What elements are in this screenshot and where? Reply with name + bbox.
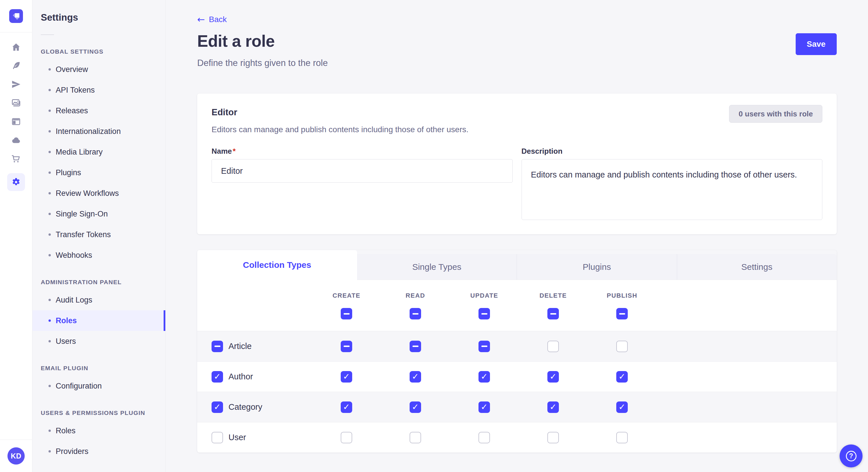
sidebar-item-users[interactable]: Users	[32, 331, 165, 351]
user-read-checkbox[interactable]	[410, 432, 421, 443]
role-subtitle: Editors can manage and publish contents …	[212, 125, 823, 134]
tab-single-types[interactable]: Single Types	[357, 254, 517, 280]
bullet-dot-icon	[49, 430, 51, 432]
sidebar-item-webhooks[interactable]: Webhooks	[32, 245, 165, 266]
category-read-checkbox[interactable]	[410, 401, 421, 413]
tab-plugins[interactable]: Plugins	[517, 254, 677, 280]
page-subtitle: Define the rights given to the role	[197, 58, 837, 68]
select-all-publish-checkbox[interactable]	[616, 308, 628, 319]
author-read-checkbox[interactable]	[410, 371, 421, 382]
article-update-checkbox[interactable]	[478, 341, 490, 352]
sidebar-item-transfer-tokens[interactable]: Transfer Tokens	[32, 224, 165, 245]
user-delete-checkbox[interactable]	[547, 432, 559, 443]
row-label: User	[228, 433, 246, 442]
category-create-checkbox[interactable]	[341, 401, 352, 413]
avatar[interactable]: KD	[7, 447, 25, 465]
row-select-author-checkbox[interactable]	[212, 371, 223, 382]
bullet-dot-icon	[49, 299, 51, 301]
sidebar-item-media-library[interactable]: Media Library	[32, 142, 165, 162]
sidebar-item-releases[interactable]: Releases	[32, 100, 165, 121]
settings-subnav: Settings Global SettingsOverviewAPI Toke…	[32, 0, 166, 472]
row-select-article-checkbox[interactable]	[212, 341, 223, 352]
role-description-textarea[interactable]	[522, 159, 823, 220]
select-all-delete-checkbox[interactable]	[547, 308, 559, 319]
home-icon[interactable]	[11, 42, 22, 53]
permissions-header-row: CreateReadUpdateDeletePublish	[197, 280, 837, 331]
select-all-read-checkbox[interactable]	[410, 308, 421, 319]
author-delete-checkbox[interactable]	[547, 371, 559, 382]
user-create-checkbox[interactable]	[341, 432, 352, 443]
release-plane-icon[interactable]	[11, 79, 22, 90]
sidebar-item-api-tokens[interactable]: API Tokens	[32, 80, 165, 100]
description-field-group: Description	[522, 147, 823, 221]
sidebar-item-label: Transfer Tokens	[56, 230, 111, 239]
sidebar-item-internationalization[interactable]: Internationalization	[32, 121, 165, 142]
bullet-dot-icon	[49, 450, 51, 452]
category-publish-checkbox[interactable]	[616, 401, 628, 413]
author-publish-checkbox[interactable]	[616, 371, 628, 382]
sidebar-item-roles[interactable]: Roles	[32, 310, 165, 331]
purchase-cart-icon[interactable]	[11, 154, 22, 164]
select-all-update-checkbox[interactable]	[478, 308, 490, 319]
row-select-category-checkbox[interactable]	[212, 401, 223, 413]
bullet-dot-icon	[49, 233, 51, 236]
permission-row-article: Article	[197, 331, 837, 361]
article-delete-checkbox[interactable]	[547, 341, 559, 352]
author-create-checkbox[interactable]	[341, 371, 352, 382]
sidebar-item-label: Releases	[56, 106, 88, 115]
back-link[interactable]: ← Back	[197, 15, 227, 24]
bullet-dot-icon	[49, 171, 51, 174]
sidebar-item-plugins[interactable]: Plugins	[32, 162, 165, 183]
users-with-role-badge[interactable]: 0 users with this role	[729, 105, 823, 123]
subnav-section-email-plugin: Email PluginConfiguration	[32, 365, 165, 396]
sidebar-item-overview[interactable]: Overview	[32, 59, 165, 80]
settings-gear-icon[interactable]	[7, 173, 25, 191]
user-update-checkbox[interactable]	[478, 432, 490, 443]
help-icon: ?	[846, 451, 857, 461]
sidebar-item-label: API Tokens	[56, 86, 95, 95]
sidebar-item-label: Single Sign-On	[56, 210, 108, 218]
select-all-create-checkbox[interactable]	[341, 308, 352, 319]
sidebar-item-single-sign-on[interactable]: Single Sign-On	[32, 204, 165, 224]
section-label: Global Settings	[32, 48, 165, 55]
column-header-publish: Publish	[588, 292, 656, 299]
sidebar-item-label: Roles	[56, 427, 75, 435]
category-delete-checkbox[interactable]	[547, 401, 559, 413]
article-publish-checkbox[interactable]	[616, 341, 628, 352]
required-asterisk: *	[233, 147, 236, 156]
page-heading: Edit a role	[197, 32, 275, 50]
row-select-user-checkbox[interactable]	[212, 432, 223, 443]
bullet-dot-icon	[49, 109, 51, 112]
bullet-dot-icon	[49, 151, 51, 153]
cloud-icon[interactable]	[11, 135, 22, 146]
marketplace-icon[interactable]	[11, 116, 22, 127]
user-publish-checkbox[interactable]	[616, 432, 628, 443]
sidebar-item-label: Overview	[56, 65, 88, 74]
sidebar-item-label: Audit Logs	[56, 296, 92, 305]
bullet-dot-icon	[49, 319, 51, 322]
role-name-input[interactable]	[212, 159, 513, 183]
tab-settings[interactable]: Settings	[677, 254, 837, 280]
author-update-checkbox[interactable]	[478, 371, 490, 382]
row-label: Article	[228, 341, 252, 351]
tab-collection-types[interactable]: Collection Types	[197, 250, 357, 280]
sidebar-item-label: Media Library	[56, 148, 103, 157]
sidebar-item-review-workflows[interactable]: Review Workflows	[32, 183, 165, 204]
category-update-checkbox[interactable]	[478, 401, 490, 413]
help-button[interactable]: ?	[840, 444, 863, 467]
subnav-divider	[41, 34, 54, 35]
sidebar-item-providers[interactable]: Providers	[32, 441, 165, 462]
sidebar-item-audit-logs[interactable]: Audit Logs	[32, 290, 165, 310]
bullet-dot-icon	[49, 213, 51, 215]
media-library-icon[interactable]	[11, 98, 22, 108]
sidebar-item-roles[interactable]: Roles	[32, 420, 165, 441]
bullet-dot-icon	[49, 254, 51, 256]
sidebar-item-configuration[interactable]: Configuration	[32, 376, 165, 396]
section-label: Administration Panel	[32, 279, 165, 285]
name-field-group: Name*	[212, 147, 513, 221]
article-read-checkbox[interactable]	[410, 341, 421, 352]
save-button[interactable]: Save	[796, 33, 837, 55]
article-create-checkbox[interactable]	[341, 341, 352, 352]
content-manager-icon[interactable]	[11, 60, 22, 71]
strapi-logo-icon[interactable]	[9, 9, 23, 23]
